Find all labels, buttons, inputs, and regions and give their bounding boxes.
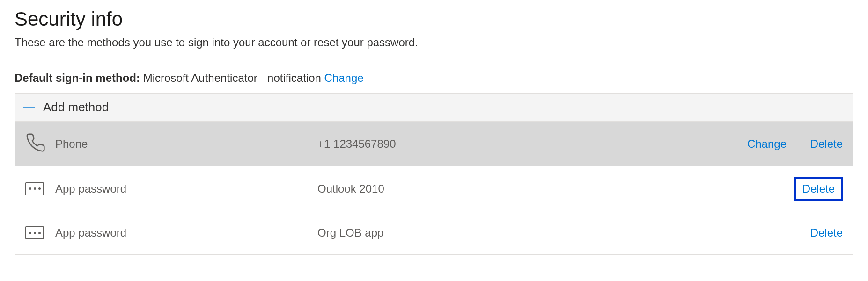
method-delete-highlighted[interactable]: Delete — [794, 177, 843, 201]
method-row-phone[interactable]: Phone +1 1234567890 Change Delete — [15, 122, 853, 166]
phone-icon — [25, 132, 55, 156]
page-subtitle: These are the methods you use to sign in… — [15, 36, 853, 49]
method-name: App password — [55, 226, 317, 239]
method-delete-link[interactable]: Delete — [787, 177, 843, 201]
method-delete-link[interactable]: Delete — [787, 226, 843, 239]
password-icon — [25, 182, 55, 195]
add-method-label: Add method — [43, 100, 109, 115]
method-detail: Org LOB app — [317, 226, 702, 239]
method-row-app-password-1[interactable]: App password Outlook 2010 Delete — [15, 166, 853, 211]
method-detail: Outlook 2010 — [317, 182, 702, 195]
method-row-app-password-2[interactable]: App password Org LOB app Delete — [15, 211, 853, 254]
method-name: App password — [55, 182, 317, 195]
plus-icon — [22, 101, 36, 114]
method-name: Phone — [55, 137, 317, 151]
default-sign-in-method-row: Default sign-in method: Microsoft Authen… — [15, 72, 853, 85]
method-delete-link[interactable]: Delete — [787, 137, 843, 151]
security-methods-table: Add method Phone +1 1234567890 Change De… — [15, 93, 853, 255]
default-method-label: Default sign-in method: — [15, 72, 140, 84]
change-default-method-link[interactable]: Change — [324, 72, 364, 84]
method-detail: +1 1234567890 — [317, 137, 702, 151]
default-method-value-text: Microsoft Authenticator - notification — [143, 72, 321, 84]
page-title: Security info — [15, 8, 853, 30]
method-change-link[interactable]: Change — [702, 137, 787, 151]
password-icon — [25, 226, 55, 239]
add-method-button[interactable]: Add method — [15, 94, 853, 122]
